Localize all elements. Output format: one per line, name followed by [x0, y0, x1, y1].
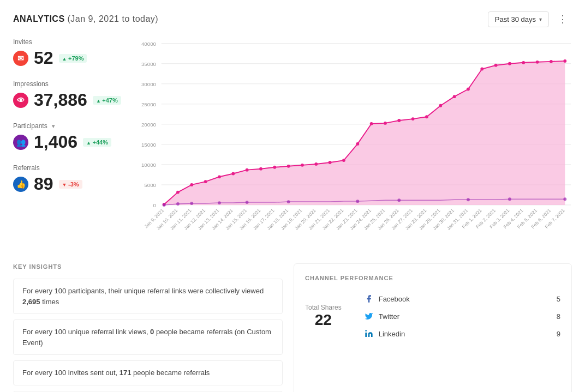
svg-text:35000: 35000	[141, 61, 157, 67]
participants-number: 1,406	[34, 132, 77, 152]
svg-point-52	[246, 201, 249, 204]
page-header: ANALYTICS (Jan 9, 2021 to today) Past 30…	[13, 11, 572, 27]
header-controls: Past 30 days ▾ ⋮	[488, 11, 572, 27]
linkedin-icon	[363, 328, 374, 339]
svg-point-45	[536, 61, 539, 64]
invites-value-row: ✉ 52 +79%	[13, 48, 144, 68]
svg-point-39	[453, 95, 456, 98]
facebook-name: Facebook	[379, 295, 410, 303]
title-text: ANALYTICS	[13, 14, 65, 23]
svg-text:25000: 25000	[141, 101, 157, 107]
channel-info-linkedin: Linkedin	[363, 328, 405, 339]
svg-text:0: 0	[153, 202, 157, 208]
svg-point-28	[301, 164, 304, 167]
channel-body: Total Shares 22 Facebook 5	[305, 290, 560, 342]
channel-performance-panel: CHANNEL PERFORMANCE Total Shares 22	[294, 263, 572, 392]
referrals-metric: Referrals 👍 89 -3%	[13, 164, 144, 194]
filter-icon: ▼	[51, 123, 56, 129]
svg-point-40	[467, 88, 470, 91]
svg-point-89	[365, 330, 367, 331]
chart-container: .grid-line { stroke: #e8e8e8; stroke-wid…	[155, 38, 572, 247]
svg-point-47	[563, 59, 566, 63]
svg-point-25	[259, 167, 262, 171]
insight-item: For every 100 unique referral link views…	[13, 319, 283, 355]
svg-point-57	[508, 197, 511, 201]
svg-point-55	[397, 198, 401, 202]
more-icon: ⋮	[558, 14, 569, 25]
impressions-badge: +47%	[93, 96, 121, 105]
referrals-icon: 👍	[13, 177, 28, 192]
total-shares-value: 22	[305, 311, 342, 329]
svg-point-35	[397, 119, 401, 122]
facebook-icon	[363, 293, 374, 304]
invites-label: Invites	[13, 38, 144, 46]
date-range-button[interactable]: Past 30 days ▾	[488, 11, 549, 27]
channel-info-facebook: Facebook	[363, 293, 410, 304]
impressions-label: Impressions	[13, 80, 144, 88]
svg-point-33	[370, 122, 373, 125]
svg-point-26	[273, 166, 276, 169]
more-options-button[interactable]: ⋮	[554, 11, 572, 27]
svg-point-46	[550, 60, 553, 63]
page-title: ANALYTICS (Jan 9, 2021 to today)	[13, 14, 158, 24]
svg-text:5000: 5000	[144, 182, 156, 188]
svg-text:10000: 10000	[141, 162, 157, 168]
svg-point-29	[314, 162, 318, 166]
referrals-badge: -3%	[59, 180, 82, 189]
referrals-number: 89	[34, 174, 53, 194]
channel-row-linkedin: Linkedin 9	[363, 325, 560, 342]
participants-label: Participants ▼	[13, 122, 144, 130]
total-shares: Total Shares 22	[305, 304, 342, 329]
participants-icon: 👥	[13, 135, 28, 150]
svg-point-56	[467, 198, 470, 201]
svg-point-22	[218, 175, 221, 178]
linkedin-name: Linkedin	[379, 330, 405, 338]
svg-point-53	[287, 200, 290, 203]
facebook-count: 5	[557, 295, 560, 303]
top-section: Invites ✉ 52 +79% Impressions 👁 37,886 +…	[13, 38, 572, 247]
insight-item: For every 100 invites sent out, 171 peop…	[13, 360, 283, 385]
svg-point-31	[342, 159, 345, 162]
referrals-value-row: 👍 89 -3%	[13, 174, 144, 194]
svg-point-49	[176, 202, 180, 206]
invites-metric: Invites ✉ 52 +79%	[13, 38, 144, 68]
x-axis-labels: Jan 9, 2021 Jan 10, 2021 Jan 11, 2021 Ja…	[144, 208, 566, 231]
invites-badge: +79%	[59, 54, 87, 63]
impressions-number: 37,886	[34, 90, 87, 110]
invites-number: 52	[34, 48, 53, 68]
analytics-page: ANALYTICS (Jan 9, 2021 to today) Past 30…	[0, 0, 585, 392]
svg-text:20000: 20000	[141, 122, 157, 128]
svg-text:40000: 40000	[141, 41, 157, 47]
twitter-name: Twitter	[379, 312, 399, 321]
chevron-down-icon: ▾	[539, 16, 542, 22]
invites-icon: ✉	[13, 51, 28, 66]
svg-point-20	[190, 183, 193, 186]
svg-point-58	[563, 197, 566, 201]
key-insights-panel: KEY INSIGHTS For every 100 participants,…	[13, 263, 283, 392]
svg-point-27	[287, 165, 290, 168]
svg-point-21	[204, 180, 207, 183]
channel-row-twitter: Twitter 8	[363, 307, 560, 325]
svg-point-36	[411, 117, 415, 120]
svg-point-48	[163, 203, 166, 207]
svg-point-24	[246, 168, 249, 172]
referrals-label: Referrals	[13, 164, 144, 172]
subtitle-text: (Jan 9, 2021 to today)	[65, 14, 159, 23]
svg-point-37	[425, 115, 428, 118]
key-insights-title: KEY INSIGHTS	[13, 263, 283, 270]
insight-item: For every 100 participants, their unique…	[13, 279, 283, 314]
participants-metric: Participants ▼ 👥 1,406 +44%	[13, 122, 144, 152]
participants-value-row: 👥 1,406 +44%	[13, 132, 144, 152]
date-range-label: Past 30 days	[495, 15, 536, 23]
total-shares-label: Total Shares	[305, 304, 342, 311]
svg-text:30000: 30000	[141, 81, 157, 87]
svg-text:15000: 15000	[141, 142, 157, 148]
svg-point-41	[480, 68, 483, 71]
bottom-section: KEY INSIGHTS For every 100 participants,…	[13, 263, 572, 392]
analytics-chart: .grid-line { stroke: #e8e8e8; stroke-wid…	[155, 38, 572, 245]
svg-point-19	[176, 191, 180, 194]
twitter-icon	[363, 311, 374, 322]
linkedin-count: 9	[557, 330, 560, 338]
channel-list: Facebook 5 Twitter 8	[363, 290, 560, 342]
svg-point-32	[356, 142, 359, 146]
